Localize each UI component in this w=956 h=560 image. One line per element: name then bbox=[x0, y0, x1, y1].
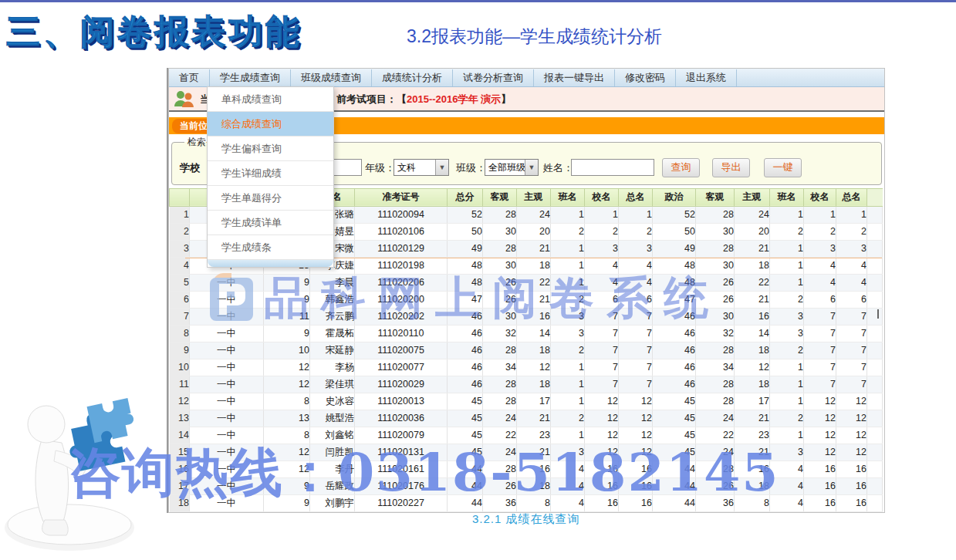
table-cell: 18 bbox=[517, 376, 551, 393]
table-cell: 12 bbox=[585, 444, 619, 460]
table-row[interactable]: 14一中8刘鑫铭1110200794522231121245222311212 bbox=[170, 427, 883, 444]
column-header-4[interactable]: 准考证号 bbox=[355, 188, 448, 206]
table-cell-filler bbox=[867, 460, 883, 477]
query-button[interactable]: 查询 bbox=[662, 158, 700, 177]
table-cell: 30 bbox=[696, 257, 735, 274]
dropdown-item-2[interactable]: 综合成绩查询 bbox=[208, 112, 333, 137]
table-cell: 21 bbox=[735, 240, 770, 257]
column-header-16[interactable]: 总名 bbox=[836, 188, 867, 206]
table-cell: 1 bbox=[770, 359, 804, 376]
table-cell: 30 bbox=[696, 223, 735, 240]
table-cell: 宋延静 bbox=[310, 342, 355, 359]
current-exam-project: 前考试项目：【2015--2016学年 演示】 bbox=[336, 93, 511, 106]
menu-item-8[interactable]: 退出系统 bbox=[676, 69, 737, 86]
table-cell: 21 bbox=[517, 240, 551, 257]
grade-select[interactable]: 文科 ▼ bbox=[394, 159, 449, 176]
table-row[interactable]: 13一中13姚型浩1110200364524212121245242121212 bbox=[170, 410, 883, 427]
table-cell: 16 bbox=[585, 494, 619, 511]
table-cell: 45 bbox=[653, 444, 696, 460]
table-cell: 30 bbox=[483, 308, 517, 325]
table-cell: 13 bbox=[264, 410, 310, 427]
table-cell: 45 bbox=[448, 444, 483, 460]
table-cell: 111020013 bbox=[355, 393, 448, 410]
dropdown-item-4[interactable]: 学生详细成绩 bbox=[208, 161, 333, 186]
column-header-12[interactable]: 客观 bbox=[696, 188, 735, 206]
table-row[interactable]: 18一中9刘鹏宇11102022744368416164436841616 bbox=[170, 494, 883, 511]
menu-item-1[interactable]: 首页 bbox=[169, 69, 210, 86]
dropdown-item-3[interactable]: 学生偏科查询 bbox=[208, 137, 333, 161]
menu-item-4[interactable]: 成绩统计分析 bbox=[372, 69, 453, 86]
table-row[interactable]: 12一中8史冰容1110200134528171121245281711212 bbox=[170, 393, 883, 410]
export-button[interactable]: 导出 bbox=[712, 158, 750, 177]
table-cell: 21 bbox=[735, 444, 770, 460]
menu-item-3[interactable]: 班级成绩查询 bbox=[291, 69, 372, 86]
table-row[interactable]: 5一中9李晨111020206482622144482622144 bbox=[170, 274, 883, 291]
table-cell: 22 bbox=[483, 427, 517, 444]
table-cell: 45 bbox=[653, 393, 696, 410]
table-row[interactable]: 6一中9韩鑫浩111020200472621266472621266 bbox=[170, 291, 883, 308]
table-cell: 4 bbox=[836, 274, 867, 291]
dropdown-item-7[interactable]: 学生成绩条 bbox=[208, 235, 333, 260]
column-header-10[interactable]: 总名 bbox=[619, 188, 653, 206]
table-cell: 12 bbox=[619, 427, 653, 444]
table-cell: 12 bbox=[517, 359, 551, 376]
table-cell: 梁佳琪 bbox=[310, 376, 355, 393]
table-row[interactable]: 17一中9岳耀政1110201764426184161644261841616 bbox=[170, 477, 883, 494]
table-cell: 16 bbox=[517, 460, 551, 477]
row-number-cell: 10 bbox=[170, 359, 190, 376]
table-row[interactable]: 7一中11齐云鹏111020202463016377463016377 bbox=[170, 308, 883, 325]
column-header-15[interactable]: 校名 bbox=[804, 188, 836, 206]
table-cell: 7 bbox=[836, 376, 867, 393]
table-row[interactable]: 8一中9霍晟柘111020110463214377463214377 bbox=[170, 325, 883, 342]
table-row[interactable]: 11一中12梁佳琪111020029462818177462818177 bbox=[170, 376, 883, 393]
table-cell: 28 bbox=[696, 460, 735, 477]
column-header-8[interactable]: 班名 bbox=[551, 188, 585, 206]
row-number-cell: 12 bbox=[170, 393, 190, 410]
table-cell: 1 bbox=[551, 427, 585, 444]
column-header-0[interactable] bbox=[170, 188, 190, 206]
dropdown-item-5[interactable]: 学生单题得分 bbox=[208, 186, 333, 211]
table-cell: 一中 bbox=[190, 359, 264, 376]
one-key-button[interactable]: 一键 bbox=[764, 158, 802, 177]
name-input[interactable] bbox=[571, 159, 654, 176]
class-select[interactable]: 全部班级 ▼ bbox=[485, 159, 539, 176]
column-header-7[interactable]: 主观 bbox=[517, 188, 551, 206]
table-cell: 4 bbox=[836, 257, 867, 274]
table-row[interactable]: 16一中12李丹1110201614428164161644281641616 bbox=[170, 460, 883, 477]
table-cell: 48 bbox=[653, 274, 696, 291]
table-cell: 16 bbox=[804, 477, 836, 494]
table-cell: 12 bbox=[836, 410, 867, 427]
column-header-6[interactable]: 客观 bbox=[483, 188, 517, 206]
column-header-14[interactable]: 班名 bbox=[770, 188, 804, 206]
table-row[interactable]: 15一中12闫胜凯1110201314524213121245242131212 bbox=[170, 444, 883, 460]
dropdown-item-1[interactable]: 单科成绩查询 bbox=[208, 87, 333, 112]
menu-item-2[interactable]: 学生成绩查询 bbox=[210, 69, 291, 86]
menu-item-7[interactable]: 修改密码 bbox=[615, 69, 676, 86]
table-cell: 24 bbox=[483, 410, 517, 427]
column-header-13[interactable]: 主观 bbox=[735, 188, 770, 206]
column-header-5[interactable]: 总分 bbox=[448, 188, 483, 206]
table-cell: 12 bbox=[264, 376, 310, 393]
dropdown-item-6[interactable]: 学生成绩详单 bbox=[208, 211, 333, 235]
table-cell: 6 bbox=[804, 291, 836, 308]
table-cell: 3 bbox=[551, 308, 585, 325]
table-cell: 46 bbox=[653, 342, 696, 359]
table-cell: 一中 bbox=[190, 444, 264, 460]
table-cell: 3 bbox=[770, 444, 804, 460]
column-header-filler bbox=[867, 188, 883, 206]
menu-item-6[interactable]: 报表一键导出 bbox=[534, 69, 615, 86]
column-header-9[interactable]: 校名 bbox=[585, 188, 619, 206]
top-divider bbox=[0, 0, 956, 2]
table-cell: 齐云鹏 bbox=[310, 308, 355, 325]
column-header-11[interactable]: 政治 bbox=[653, 188, 696, 206]
table-row[interactable]: 9一中10宋延静111020075462818277462818277 bbox=[170, 342, 883, 359]
menu-item-5[interactable]: 试卷分析查询 bbox=[453, 69, 534, 86]
table-cell-filler bbox=[867, 477, 883, 494]
table-row[interactable]: 10一中12李杨111020077463412177463412177 bbox=[170, 359, 883, 376]
table-cell: 史冰容 bbox=[310, 393, 355, 410]
table-cell: 24 bbox=[517, 206, 551, 223]
table-cell: 111020094 bbox=[355, 206, 448, 223]
table-cell: 111020036 bbox=[355, 410, 448, 427]
table-cell: 12 bbox=[836, 393, 867, 410]
table-cell: 姚型浩 bbox=[310, 410, 355, 427]
